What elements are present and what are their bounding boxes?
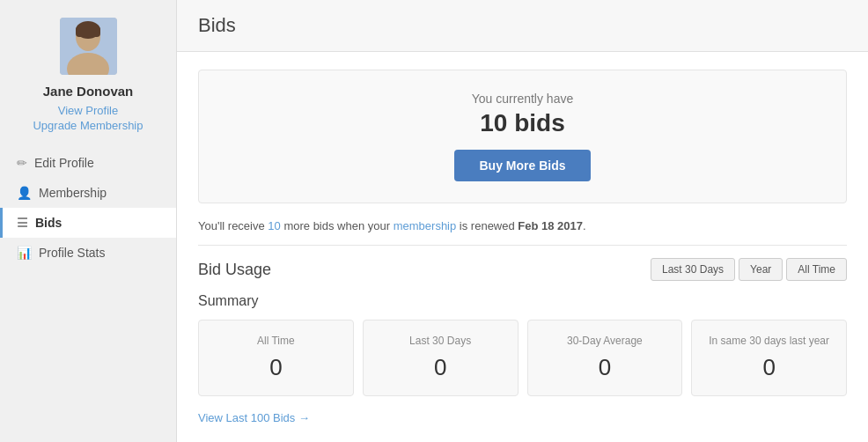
summary-card-30-day-avg: 30-Day Average 0 xyxy=(527,320,683,396)
card-label-all-time: All Time xyxy=(208,335,344,347)
card-label-30-day-avg: 30-Day Average xyxy=(537,335,673,347)
filter-buttons: Last 30 Days Year All Time xyxy=(651,258,847,281)
sidebar-nav: ✏ Edit Profile 👤 Membership ☰ Bids 📊 Pro… xyxy=(0,148,176,268)
renewal-count: 10 xyxy=(268,219,280,232)
page-title: Bids xyxy=(198,14,847,37)
card-label-last-30: Last 30 Days xyxy=(372,335,509,347)
buy-more-bids-button[interactable]: Buy More Bids xyxy=(454,150,590,181)
filter-year[interactable]: Year xyxy=(739,258,783,281)
sidebar: Jane Donovan View Profile Upgrade Member… xyxy=(0,0,176,442)
card-value-all-time: 0 xyxy=(208,354,344,381)
upgrade-membership-link[interactable]: Upgrade Membership xyxy=(33,119,143,132)
avatar xyxy=(60,18,117,75)
main-panel: Bids You currently have 10 bids Buy More… xyxy=(176,0,868,442)
view-profile-link[interactable]: View Profile xyxy=(33,104,143,117)
sidebar-item-label: Edit Profile xyxy=(34,156,94,170)
summary-card-same-30-last-year: In same 30 days last year 0 xyxy=(691,320,847,396)
card-value-last-30: 0 xyxy=(372,354,509,381)
summary-card-last-30: Last 30 Days 0 xyxy=(363,320,519,396)
bid-usage-title: Bid Usage xyxy=(198,261,271,279)
renewal-membership: membership xyxy=(394,219,457,232)
divider xyxy=(198,245,847,246)
stats-icon: 📊 xyxy=(17,246,32,260)
svg-rect-4 xyxy=(76,26,100,37)
user-name: Jane Donovan xyxy=(43,84,134,99)
summary-grid: All Time 0 Last 30 Days 0 30-Day Average… xyxy=(198,320,847,396)
renewal-date: Feb 18 2017 xyxy=(518,219,583,232)
sidebar-item-membership[interactable]: 👤 Membership xyxy=(0,178,176,208)
sidebar-item-label: Membership xyxy=(39,186,107,200)
summary-title: Summary xyxy=(198,293,847,309)
filter-all-time[interactable]: All Time xyxy=(786,258,847,281)
bid-usage-header: Bid Usage Last 30 Days Year All Time xyxy=(198,258,847,281)
filter-last-30-days[interactable]: Last 30 Days xyxy=(651,258,735,281)
view-last-100-bids-link[interactable]: View Last 100 Bids → xyxy=(198,411,310,424)
main-content: You currently have 10 bids Buy More Bids… xyxy=(177,52,868,442)
sidebar-item-label: Profile Stats xyxy=(39,246,105,260)
bids-card: You currently have 10 bids Buy More Bids xyxy=(198,70,847,203)
edit-icon: ✏ xyxy=(17,156,27,170)
summary-card-all-time: All Time 0 xyxy=(198,320,354,396)
card-label-same-30-last-year: In same 30 days last year xyxy=(701,335,837,347)
sidebar-item-profile-stats[interactable]: 📊 Profile Stats xyxy=(0,238,176,268)
sidebar-item-label: Bids xyxy=(35,216,62,230)
person-icon: 👤 xyxy=(17,186,32,200)
sidebar-item-edit-profile[interactable]: ✏ Edit Profile xyxy=(0,148,176,178)
renewal-notice: You'll receive 10 more bids when your me… xyxy=(198,219,847,232)
bids-icon: ☰ xyxy=(17,216,28,230)
sidebar-item-bids[interactable]: ☰ Bids xyxy=(0,208,176,238)
bids-subtitle: You currently have xyxy=(220,92,825,106)
card-value-30-day-avg: 0 xyxy=(537,354,673,381)
sidebar-links: View Profile Upgrade Membership xyxy=(33,104,143,134)
bids-count: 10 bids xyxy=(220,109,825,137)
card-value-same-30-last-year: 0 xyxy=(701,354,837,381)
main-header: Bids xyxy=(177,0,868,52)
